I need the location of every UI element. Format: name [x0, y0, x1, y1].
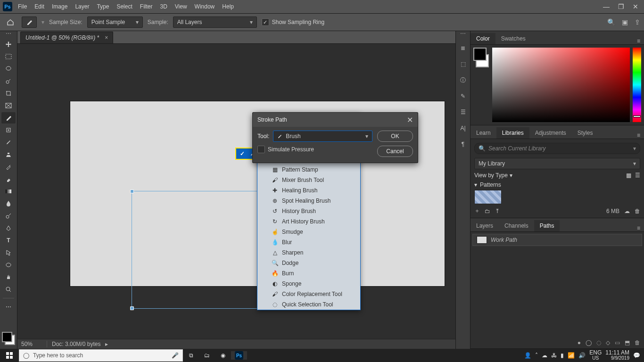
tab-paths[interactable]: Paths	[534, 220, 560, 231]
option-dodge[interactable]: 🔍Dodge	[257, 258, 360, 268]
start-button[interactable]	[0, 352, 19, 359]
color-field[interactable]	[492, 48, 630, 122]
panel-menu-icon[interactable]: ≡	[633, 38, 644, 44]
notifications-icon[interactable]: 💬	[633, 352, 640, 359]
people-icon[interactable]: 👤	[524, 352, 531, 359]
hue-slider[interactable]	[633, 48, 641, 122]
tab-styles[interactable]: Styles	[572, 127, 599, 139]
menu-window[interactable]: Window	[191, 3, 219, 10]
menu-3d[interactable]: 3D	[156, 3, 171, 10]
menu-help[interactable]: Help	[218, 3, 238, 10]
tool-dodge[interactable]	[1, 210, 16, 222]
paragraph-panel-icon[interactable]: ¶	[457, 139, 469, 150]
option-burn[interactable]: 🔥Burn	[257, 268, 360, 279]
wifi-icon[interactable]: 📶	[568, 352, 575, 359]
chrome-icon[interactable]: ◉	[215, 352, 231, 359]
workspace-icon[interactable]: ▣	[622, 18, 628, 26]
tray-chevron-icon[interactable]: ˄	[535, 352, 538, 359]
onedrive-icon[interactable]: ☁	[542, 352, 547, 359]
option-blur[interactable]: 💧Blur	[257, 237, 360, 247]
sample-size-select[interactable]: Point Sample▾	[87, 16, 143, 28]
tool-shape[interactable]	[1, 259, 16, 271]
list-view-icon[interactable]: ☰	[635, 172, 640, 179]
show-sampling-ring-checkbox[interactable]: Show Sampling Ring	[262, 18, 324, 26]
brush-settings-icon[interactable]: ✎	[457, 90, 469, 102]
path-to-sel-icon[interactable]: ◌	[596, 339, 601, 346]
option-smudge[interactable]: ☝Smudge	[257, 227, 360, 237]
tool-type[interactable]: T	[1, 235, 16, 246]
section-patterns[interactable]: ▾Patterns	[474, 181, 640, 188]
folder-icon[interactable]: 🗀	[485, 208, 490, 214]
tool-brush[interactable]	[1, 137, 16, 148]
option-mixer-brush-tool[interactable]: 🖌Mixer Brush Tool	[257, 175, 360, 185]
menu-edit[interactable]: Edit	[31, 3, 48, 10]
library-search[interactable]: 🔍 Search Current Library ▾	[474, 143, 640, 154]
tool-select[interactable]: Brush ▾	[273, 131, 372, 142]
option-art-history-brush[interactable]: ↻Art History Brush	[257, 216, 360, 227]
tool-history-brush[interactable]	[1, 161, 16, 173]
tool-zoom[interactable]	[1, 284, 16, 295]
tool-move[interactable]	[1, 39, 16, 50]
document-tab[interactable]: Untitled-1 @ 50% (RGB/8#) * ×	[20, 32, 113, 43]
trash-icon[interactable]: 🗑	[635, 208, 640, 214]
explorer-icon[interactable]: 🗂	[199, 352, 215, 359]
tool-frame[interactable]	[1, 100, 16, 111]
simulate-pressure-checkbox[interactable]: Simulate Pressure	[257, 146, 372, 153]
tool-gradient[interactable]	[1, 186, 16, 197]
option-healing-brush[interactable]: ✚Healing Brush	[257, 185, 360, 196]
option-spot-healing-brush[interactable]: ⊕Spot Healing Brush	[257, 196, 360, 206]
stroke-path-icon[interactable]: ◯	[586, 339, 592, 346]
mic-icon[interactable]: 🎤	[172, 352, 179, 359]
new-path-icon[interactable]: ⬒	[625, 339, 630, 346]
upload-icon[interactable]: ⤒	[495, 208, 500, 214]
properties-panel-icon[interactable]: ⬚	[457, 58, 469, 70]
info-chevron-icon[interactable]: ▸	[105, 341, 108, 347]
tab-color[interactable]: Color	[471, 33, 495, 44]
tab-layers[interactable]: Layers	[471, 220, 499, 231]
option-sponge[interactable]: ◐Sponge	[257, 279, 360, 289]
search-icon[interactable]: 🔍	[607, 18, 615, 26]
menu-image[interactable]: Image	[48, 3, 71, 10]
option-color-replacement-tool[interactable]: 🖌Color Replacement Tool	[257, 289, 360, 299]
tool-blur[interactable]	[1, 198, 16, 209]
option-sharpen[interactable]: △Sharpen	[257, 247, 360, 258]
info-panel-icon[interactable]: ⓘ	[457, 74, 469, 86]
clock[interactable]: 11:11 AM 9/9/2019	[605, 350, 629, 361]
close-icon[interactable]: ✕	[633, 3, 638, 10]
option-quick-selection-tool[interactable]: ◌Quick Selection Tool	[257, 299, 360, 310]
tab-adjustments[interactable]: Adjustments	[529, 127, 572, 139]
cancel-button[interactable]: Cancel	[377, 146, 413, 157]
eyedropper-icon[interactable]	[22, 16, 37, 28]
color-swatches[interactable]	[2, 332, 15, 345]
option-history-brush[interactable]: ↺History Brush	[257, 206, 360, 216]
trash-icon[interactable]: 🗑	[635, 339, 640, 346]
close-icon[interactable]: ✕	[407, 115, 413, 124]
adjust-panel-icon[interactable]: ☰	[457, 107, 469, 118]
restore-icon[interactable]: ❐	[618, 3, 624, 10]
tool-hand[interactable]	[1, 272, 16, 283]
zoom-level[interactable]: 50%	[21, 341, 47, 347]
history-panel-icon[interactable]: ≣	[457, 42, 469, 54]
sel-to-path-icon[interactable]: ◇	[606, 339, 610, 346]
menu-filter[interactable]: Filter	[136, 3, 157, 10]
menu-select[interactable]: Select	[113, 3, 136, 10]
menu-view[interactable]: View	[171, 3, 191, 10]
pattern-swatch[interactable]	[474, 190, 502, 204]
tool-eraser[interactable]	[1, 173, 16, 185]
grid-view-icon[interactable]: ▦	[626, 172, 631, 179]
tab-learn[interactable]: Learn	[471, 127, 496, 139]
tool-crop[interactable]	[1, 88, 16, 99]
network-icon[interactable]: 🖧	[551, 352, 557, 359]
sample-select[interactable]: All Layers▾	[173, 16, 257, 28]
lang-label[interactable]: ENG	[589, 350, 602, 355]
tool-heal[interactable]	[1, 124, 16, 136]
taskbar-search[interactable]: ◯ Type here to search 🎤	[19, 349, 183, 362]
volume-icon[interactable]: 🔊	[578, 352, 586, 359]
panel-menu-icon[interactable]: ≡	[633, 132, 644, 139]
menu-type[interactable]: Type	[93, 3, 113, 10]
path-item[interactable]: Work Path	[472, 234, 642, 246]
share-icon[interactable]: ⇪	[635, 18, 640, 26]
close-icon[interactable]: ×	[105, 34, 108, 41]
fill-path-icon[interactable]: ●	[578, 339, 581, 346]
tab-channels[interactable]: Channels	[499, 220, 534, 231]
